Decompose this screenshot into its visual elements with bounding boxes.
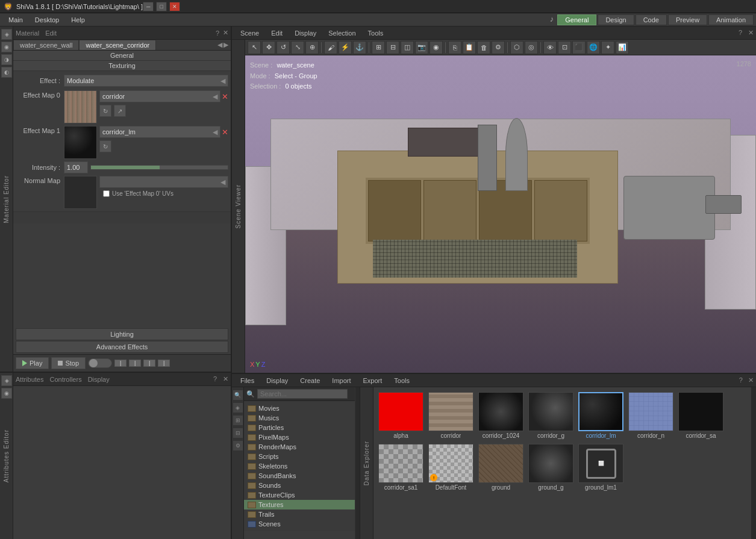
close-button[interactable]: ✕: [169, 2, 180, 11]
intensity-value[interactable]: 1.00: [64, 161, 88, 173]
de-tree-scrollbar[interactable]: [355, 387, 360, 539]
effect-map-0-remove-icon[interactable]: ✕: [222, 92, 228, 101]
texture-corridor-sa[interactable]: corridor_sa: [678, 392, 723, 439]
de-menu-export[interactable]: Export: [357, 376, 389, 385]
de-icon-settings[interactable]: ⚙: [233, 440, 243, 451]
me-icon-4[interactable]: ◐: [1, 67, 12, 78]
tree-textureclips[interactable]: TextureClips: [244, 490, 355, 500]
de-help-icon[interactable]: ?: [739, 376, 743, 384]
tree-musics[interactable]: Musics: [244, 413, 355, 423]
effect-map-0-edit-icon[interactable]: ↗: [114, 105, 126, 117]
me-close-icon[interactable]: ✕: [223, 29, 228, 37]
ae-icon-1[interactable]: ◈: [1, 375, 12, 386]
tree-pixelmaps[interactable]: PixelMaps: [244, 432, 355, 442]
tb-light-btn[interactable]: ⚡: [339, 41, 352, 54]
tb-obj-btn[interactable]: ⬡: [510, 41, 523, 54]
advanced-effects-button[interactable]: Advanced Effects: [16, 341, 228, 353]
menu-main[interactable]: Main: [2, 15, 29, 25]
tb-wire-btn[interactable]: ⊡: [558, 41, 571, 54]
menu-desktop[interactable]: Desktop: [29, 15, 65, 25]
effect-map-1-thumb[interactable]: [64, 126, 97, 159]
effect-map-1-remove-icon[interactable]: ✕: [222, 128, 228, 137]
sv-menu-display[interactable]: Display: [289, 28, 322, 38]
tb-grid-btn[interactable]: ⊞: [372, 41, 385, 54]
effect-map-0-name[interactable]: corridor ◀: [99, 90, 220, 102]
me-icon-3[interactable]: ◑: [1, 54, 12, 65]
maximize-button[interactable]: □: [156, 2, 167, 11]
play-button[interactable]: Play: [16, 357, 49, 369]
de-icon-search[interactable]: 🔍: [233, 390, 243, 400]
effect-select[interactable]: Modulate ◀: [64, 75, 228, 87]
texture-alpha[interactable]: alpha: [378, 392, 423, 439]
ae-close-icon[interactable]: ✕: [223, 375, 228, 383]
de-icon-sort[interactable]: ⊟: [233, 428, 243, 438]
ae-icon-2[interactable]: ◉: [1, 388, 12, 399]
arrow-right-icon[interactable]: ▶: [223, 41, 228, 49]
texture-ground[interactable]: ground: [478, 444, 523, 491]
tree-particles[interactable]: Particles: [244, 423, 355, 432]
de-icon-view[interactable]: ⊞: [233, 415, 243, 426]
tree-scenes[interactable]: Scenes: [244, 519, 355, 529]
tree-skeletons[interactable]: Skeletons: [244, 461, 355, 471]
tb-fx-btn[interactable]: ✦: [601, 41, 614, 54]
tab-design[interactable]: Design: [598, 14, 634, 25]
tab-animation[interactable]: Animation: [708, 14, 754, 25]
texture-ground-lm1[interactable]: ⬜ ground_lm1: [578, 444, 623, 491]
arrow-left-icon[interactable]: ◀: [217, 41, 222, 49]
tb-snap-btn[interactable]: ◫: [401, 41, 414, 54]
me-icon-2[interactable]: ◉: [1, 42, 12, 52]
texture-corridor[interactable]: corridor: [428, 392, 473, 439]
de-menu-tools[interactable]: Tools: [388, 376, 416, 385]
sv-canvas[interactable]: Scene : water_scene Mode : Select - Grou…: [245, 55, 756, 373]
me-icon-1[interactable]: ◈: [1, 29, 12, 40]
normal-map-thumb[interactable]: [64, 176, 97, 209]
intensity-slider[interactable]: [90, 165, 228, 170]
de-menu-display[interactable]: Display: [260, 376, 294, 385]
lighting-button[interactable]: Lighting: [16, 328, 228, 340]
tb-mat-btn[interactable]: ⬛: [572, 41, 586, 54]
rotate-tool-btn[interactable]: ↺: [276, 41, 290, 54]
move-tool-btn[interactable]: ✥: [262, 41, 275, 54]
tab-general[interactable]: General: [557, 14, 596, 25]
de-close-icon[interactable]: ✕: [748, 376, 754, 384]
tb-ref-btn[interactable]: ◎: [525, 41, 538, 54]
sv-help-icon[interactable]: ?: [739, 29, 742, 37]
tab-code[interactable]: Code: [636, 14, 667, 25]
stop-button[interactable]: Stop: [51, 357, 86, 369]
texture-corridor-lm[interactable]: corridor_lm: [578, 392, 623, 439]
ae-menu-attributes[interactable]: Attributes: [16, 376, 43, 383]
tab-preview[interactable]: Preview: [668, 14, 707, 25]
tb-paint-btn[interactable]: 🖌: [324, 41, 337, 54]
de-menu-import[interactable]: Import: [326, 376, 357, 385]
scale-tool-btn[interactable]: ⤡: [291, 41, 304, 54]
tree-sounds[interactable]: Sounds: [244, 481, 355, 490]
tree-textures[interactable]: Textures: [244, 500, 355, 509]
tb-copy-btn[interactable]: ⎘: [448, 41, 461, 54]
use-effect-map-uvs-checkbox[interactable]: [103, 190, 110, 197]
texture-corridor-g[interactable]: corridor_g: [528, 392, 573, 439]
tree-rendermaps[interactable]: RenderMaps: [244, 442, 355, 452]
minimize-button[interactable]: ─: [143, 2, 154, 11]
sv-menu-selection[interactable]: Selection: [322, 28, 361, 38]
de-icon-filter[interactable]: ◈: [233, 402, 243, 413]
me-tab-wall[interactable]: water_scene_wall: [13, 40, 79, 50]
tb-anchor-btn[interactable]: ⚓: [353, 41, 366, 54]
effect-map-1-name[interactable]: corridor_lm ◀: [99, 126, 220, 138]
normal-map-select[interactable]: ◀: [99, 176, 228, 188]
tb-extra1[interactable]: ⊕: [305, 41, 319, 54]
texture-corridor-n[interactable]: corridor_n: [628, 392, 673, 439]
tb-render-btn[interactable]: ◉: [430, 41, 443, 54]
tb-env-btn[interactable]: 🌐: [587, 41, 600, 54]
de-menu-create[interactable]: Create: [294, 376, 326, 385]
de-content-scrollbar[interactable]: [751, 387, 756, 539]
texture-corridor-sa1[interactable]: corridor_sa1: [378, 444, 423, 491]
tb-paste-btn[interactable]: 📋: [463, 41, 476, 54]
tree-soundbanks[interactable]: SoundBanks: [244, 471, 355, 481]
tb-align-btn[interactable]: ⊟: [386, 41, 399, 54]
tree-movies[interactable]: Movies: [244, 403, 355, 413]
tb-del-btn[interactable]: 🗑: [477, 41, 490, 54]
sv-menu-tools[interactable]: Tools: [362, 28, 390, 38]
sv-close-icon[interactable]: ✕: [748, 29, 754, 37]
tb-cam-btn[interactable]: 📷: [415, 41, 428, 54]
tree-trails[interactable]: Trails: [244, 509, 355, 519]
